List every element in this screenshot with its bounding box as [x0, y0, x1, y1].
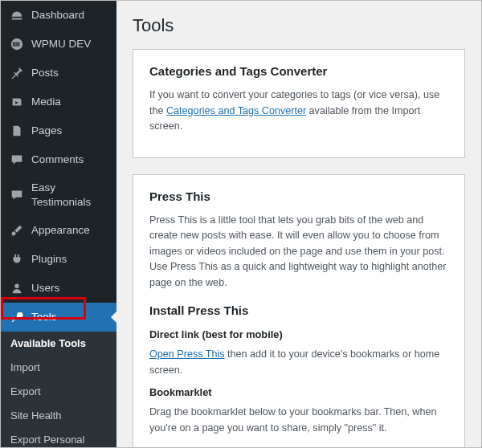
open-press-this-link[interactable]: Open Press This: [149, 348, 225, 360]
wrench-icon: [9, 309, 25, 325]
sidebar-item-comments[interactable]: Comments: [1, 145, 116, 174]
direct-link-label: Direct link (best for mobile): [149, 328, 448, 340]
testimonial-icon: [9, 187, 25, 203]
brush-icon: [9, 222, 25, 238]
wpmudev-icon: [9, 36, 25, 52]
card-heading: Categories and Tags Converter: [149, 64, 448, 78]
media-icon: [9, 94, 25, 110]
sidebar-item-users[interactable]: Users: [1, 274, 116, 303]
menu-label: Pages: [31, 124, 62, 138]
direct-link-text: Open Press This then add it to your devi…: [149, 347, 448, 378]
submenu-import[interactable]: Import: [1, 356, 116, 380]
sidebar-item-media[interactable]: Media: [1, 88, 116, 116]
user-icon: [9, 280, 25, 296]
admin-sidebar: Dashboard WPMU DEV Posts Media Pages Com…: [1, 1, 116, 447]
sidebar-item-appearance[interactable]: Appearance: [1, 216, 116, 245]
menu-label: Users: [31, 281, 59, 295]
submenu-export[interactable]: Export: [1, 380, 116, 404]
card-text: If you want to convert your categories t…: [149, 88, 448, 135]
card-heading: Press This: [149, 189, 448, 203]
menu-label: Plugins: [31, 252, 67, 267]
press-this-description: Press This is a little tool that lets yo…: [149, 213, 448, 291]
plug-icon: [9, 251, 25, 267]
sidebar-item-dashboard[interactable]: Dashboard: [1, 1, 116, 30]
menu-label: WPMU DEV: [31, 37, 91, 51]
menu-label: Tools: [31, 310, 57, 324]
menu-label: Media: [31, 95, 61, 109]
menu-label: Dashboard: [31, 8, 84, 22]
press-this-card: Press This Press This is a little tool t…: [133, 174, 465, 447]
categories-tags-card: Categories and Tags Converter If you wan…: [133, 49, 465, 158]
install-heading: Install Press This: [149, 303, 448, 317]
submenu-site-health[interactable]: Site Health: [1, 404, 116, 428]
sidebar-item-plugins[interactable]: Plugins: [1, 245, 116, 274]
comment-icon: [9, 152, 25, 168]
sidebar-item-wpmudev[interactable]: WPMU DEV: [1, 30, 116, 59]
menu-label: Easy Testimonials: [31, 181, 108, 210]
categories-tags-converter-link[interactable]: Categories and Tags Converter: [166, 105, 306, 116]
menu-label: Comments: [31, 153, 84, 167]
tools-submenu: Available Tools Import Export Site Healt…: [1, 332, 116, 447]
page-title: Tools: [133, 15, 465, 36]
submenu-export-personal-data[interactable]: Export Personal Data: [1, 428, 116, 447]
dashboard-icon: [9, 7, 25, 23]
svg-point-1: [14, 284, 18, 288]
sidebar-item-tools[interactable]: Tools: [1, 303, 116, 332]
page-icon: [9, 123, 25, 139]
sidebar-item-pages[interactable]: Pages: [1, 116, 116, 145]
sidebar-item-posts[interactable]: Posts: [1, 59, 116, 88]
submenu-available-tools[interactable]: Available Tools: [1, 332, 116, 356]
bookmarklet-label: Bookmarklet: [149, 386, 448, 398]
pin-icon: [9, 65, 25, 81]
content-area: Tools Categories and Tags Converter If y…: [116, 1, 481, 447]
menu-label: Posts: [31, 66, 59, 80]
bookmarklet-description: Drag the bookmarklet below to your bookm…: [149, 405, 448, 436]
menu-label: Appearance: [31, 223, 90, 238]
sidebar-item-easy-testimonials[interactable]: Easy Testimonials: [1, 174, 116, 216]
